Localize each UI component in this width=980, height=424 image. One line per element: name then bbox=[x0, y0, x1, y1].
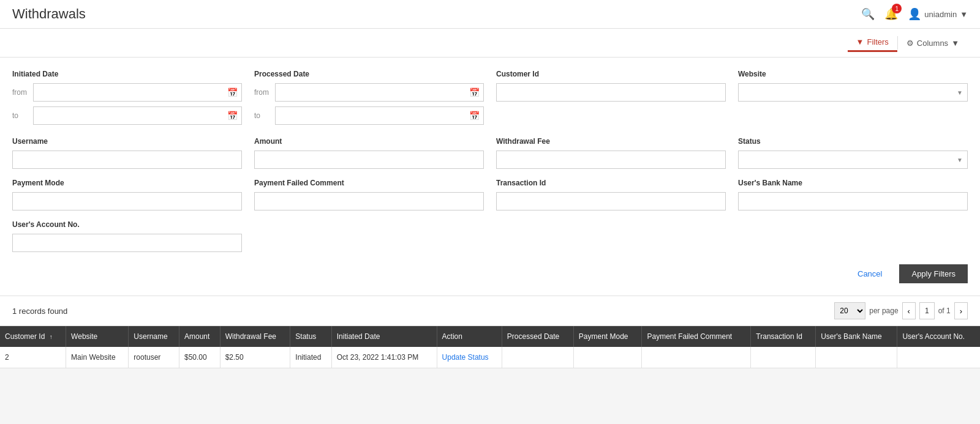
col-amount-label: Amount bbox=[184, 332, 209, 341]
calendar-icon-processed-to[interactable]: 📅 bbox=[466, 108, 483, 123]
processed-to-input-wrapper: 📅 bbox=[275, 106, 484, 125]
status-label: Status bbox=[738, 137, 968, 146]
payment-mode-input[interactable] bbox=[12, 192, 242, 210]
initiated-to-label: to bbox=[12, 111, 29, 120]
filter-actions: Cancel Apply Filters bbox=[12, 264, 968, 289]
next-page-button[interactable]: › bbox=[954, 302, 968, 319]
user-dropdown-icon: ▼ bbox=[960, 10, 968, 19]
users-account-no-group: User's Account No. bbox=[12, 220, 242, 252]
pagination: 20 50 100 per page ‹ 1 of 1 › bbox=[834, 302, 968, 319]
user-menu[interactable]: 👤 uniadmin ▼ bbox=[908, 7, 968, 21]
update-status-button[interactable]: Update Status bbox=[442, 353, 489, 362]
filter-icon: ▼ bbox=[856, 37, 864, 46]
table-body: 2Main Websiterootuser$50.00$2.50Initiate… bbox=[0, 347, 980, 368]
cell-action[interactable]: Update Status bbox=[437, 347, 502, 368]
status-group: Status bbox=[738, 137, 968, 169]
notification-badge: 1 bbox=[892, 4, 902, 13]
per-page-dropdown[interactable]: 20 50 100 bbox=[834, 302, 865, 319]
records-found: 1 records found bbox=[12, 307, 67, 316]
col-payment-mode-label: Payment Mode bbox=[579, 332, 628, 341]
calendar-icon-initiated-to[interactable]: 📅 bbox=[224, 108, 241, 123]
initiated-date-label: Initiated Date bbox=[12, 70, 242, 78]
data-table: Customer Id ↑ Website Username Amount Wi… bbox=[0, 326, 980, 368]
col-processed-date[interactable]: Processed Date bbox=[502, 326, 573, 347]
cell-initiated-date: Oct 23, 2022 1:41:03 PM bbox=[331, 347, 437, 368]
status-select[interactable] bbox=[738, 151, 968, 169]
page-number: 1 bbox=[919, 302, 935, 319]
amount-label: Amount bbox=[254, 137, 484, 146]
cancel-button[interactable]: Cancel bbox=[848, 264, 892, 283]
customer-id-label: Customer Id bbox=[496, 70, 726, 78]
col-customer-id[interactable]: Customer Id ↑ bbox=[0, 326, 66, 347]
col-users-bank-name[interactable]: User's Bank Name bbox=[816, 326, 897, 347]
col-payment-mode[interactable]: Payment Mode bbox=[573, 326, 642, 347]
transaction-id-label: Transaction Id bbox=[496, 179, 726, 187]
col-users-account-no[interactable]: User's Account No. bbox=[897, 326, 980, 347]
initiated-from-input[interactable] bbox=[34, 85, 224, 100]
apply-filters-button[interactable]: Apply Filters bbox=[899, 264, 968, 283]
payment-failed-comment-input[interactable] bbox=[254, 192, 484, 210]
col-withdrawal-fee-label: Withdrawal Fee bbox=[225, 332, 276, 341]
username-filter-label: Username bbox=[12, 137, 242, 146]
processed-to-label: to bbox=[254, 111, 271, 120]
cell-username: rootuser bbox=[129, 347, 179, 368]
columns-label: Columns bbox=[917, 39, 948, 48]
col-username[interactable]: Username bbox=[129, 326, 179, 347]
website-label: Website bbox=[738, 70, 968, 78]
payment-failed-comment-label: Payment Failed Comment bbox=[254, 179, 484, 187]
processed-date-group: Processed Date from 📅 to 📅 bbox=[254, 70, 484, 127]
filters-button[interactable]: ▼ Filters bbox=[848, 34, 897, 52]
sort-icon-customer-id: ↑ bbox=[50, 333, 53, 340]
page-of: of 1 bbox=[938, 307, 951, 315]
processed-to-input[interactable] bbox=[276, 108, 466, 123]
withdrawal-fee-label: Withdrawal Fee bbox=[496, 137, 726, 146]
calendar-icon-processed-from[interactable]: 📅 bbox=[466, 85, 483, 100]
processed-from-input[interactable] bbox=[276, 85, 466, 100]
columns-dropdown-icon: ▼ bbox=[951, 39, 959, 48]
filters-label: Filters bbox=[867, 37, 888, 46]
processed-date-label: Processed Date bbox=[254, 70, 484, 78]
website-select[interactable] bbox=[738, 83, 968, 102]
per-page-select: 20 50 100 bbox=[834, 302, 865, 319]
col-initiated-date[interactable]: Initiated Date bbox=[331, 326, 437, 347]
col-processed-date-label: Processed Date bbox=[507, 332, 559, 341]
col-username-label: Username bbox=[134, 332, 167, 341]
username-filter-input[interactable] bbox=[12, 151, 242, 169]
prev-page-button[interactable]: ‹ bbox=[902, 302, 916, 319]
initiated-from-label: from bbox=[12, 88, 29, 97]
col-action[interactable]: Action bbox=[437, 326, 502, 347]
transaction-id-input[interactable] bbox=[496, 192, 726, 210]
website-group: Website bbox=[738, 70, 968, 127]
col-payment-failed-comment-label: Payment Failed Comment bbox=[647, 332, 732, 341]
user-icon: 👤 bbox=[908, 7, 921, 21]
col-amount[interactable]: Amount bbox=[179, 326, 220, 347]
calendar-icon-initiated-from[interactable]: 📅 bbox=[224, 85, 241, 100]
filters-grid: Initiated Date from 📅 to 📅 Processed Dat… bbox=[12, 70, 968, 252]
processed-from-label: from bbox=[254, 88, 271, 97]
amount-input[interactable] bbox=[254, 151, 484, 169]
col-status-label: Status bbox=[295, 332, 316, 341]
col-transaction-id[interactable]: Transaction Id bbox=[751, 326, 816, 347]
cell-website: Main Website bbox=[66, 347, 129, 368]
cell-users-bank-name bbox=[816, 347, 897, 368]
col-withdrawal-fee[interactable]: Withdrawal Fee bbox=[220, 326, 290, 347]
processed-from-input-wrapper: 📅 bbox=[275, 83, 484, 102]
cell-transaction-id bbox=[751, 347, 816, 368]
gear-icon: ⚙ bbox=[907, 39, 914, 48]
col-status[interactable]: Status bbox=[290, 326, 331, 347]
col-payment-failed-comment[interactable]: Payment Failed Comment bbox=[642, 326, 751, 347]
initiated-to-row: to 📅 bbox=[12, 106, 242, 125]
col-website[interactable]: Website bbox=[66, 326, 129, 347]
users-account-no-input[interactable] bbox=[12, 234, 242, 252]
columns-button[interactable]: ⚙ Columns ▼ bbox=[898, 34, 968, 52]
username-label: uniadmin bbox=[924, 10, 957, 19]
col-action-label: Action bbox=[442, 332, 462, 341]
withdrawal-fee-input[interactable] bbox=[496, 151, 726, 169]
search-icon[interactable]: 🔍 bbox=[861, 7, 875, 21]
page-header: Withdrawals 🔍 🔔 1 👤 uniadmin ▼ bbox=[0, 0, 980, 29]
customer-id-input[interactable] bbox=[496, 83, 726, 102]
cell-payment-failed-comment bbox=[642, 347, 751, 368]
initiated-to-input[interactable] bbox=[34, 108, 224, 123]
users-bank-name-input[interactable] bbox=[738, 192, 968, 210]
notification-bell[interactable]: 🔔 1 bbox=[884, 7, 898, 21]
